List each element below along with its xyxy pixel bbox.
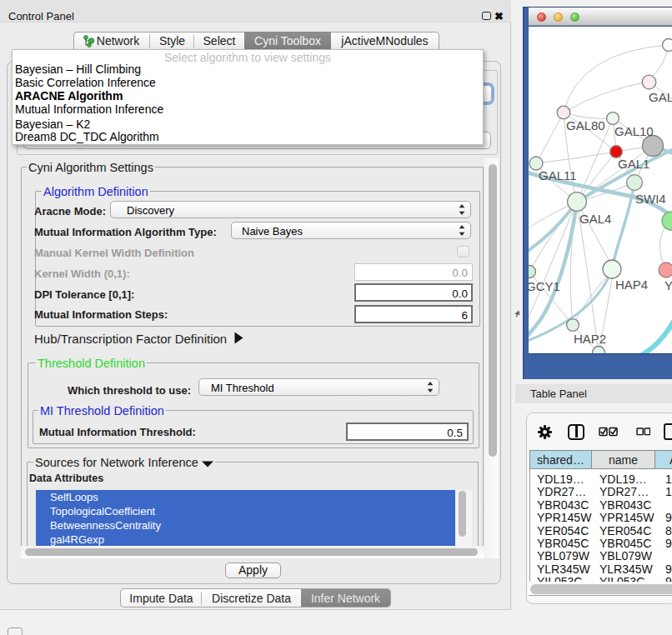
svg-text:GAL11: GAL11 (539, 168, 577, 182)
svg-text:GAL10: GAL10 (614, 124, 654, 138)
svg-text:GAL7: GAL7 (649, 90, 672, 104)
svg-text:YM: YM (664, 278, 672, 292)
svg-text:GAL4: GAL4 (579, 212, 611, 226)
svg-text:HAP2: HAP2 (574, 332, 606, 346)
svg-text:GAL1: GAL1 (618, 157, 649, 171)
svg-text:HAP4: HAP4 (615, 278, 648, 292)
svg-text:SWI4: SWI4 (635, 192, 666, 206)
svg-text:GAL80: GAL80 (566, 118, 605, 132)
svg-text:GCY1: GCY1 (529, 279, 560, 293)
